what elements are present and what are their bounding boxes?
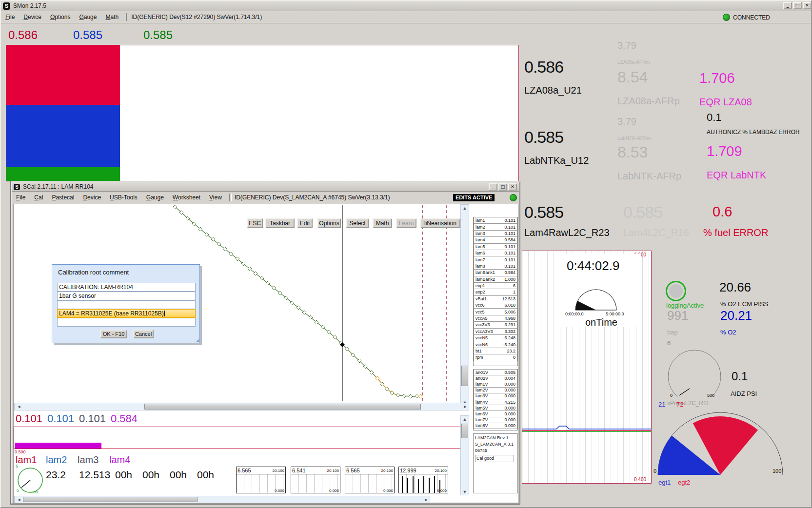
readout-lza08a-value: 0.586 xyxy=(524,58,563,77)
device-info-line: 06745 xyxy=(475,448,516,454)
list-item[interactable]: rpm0 xyxy=(474,354,517,361)
cancel-button[interactable]: Cancel xyxy=(133,330,154,338)
smon-close-icon[interactable]: ✕ xyxy=(803,2,812,9)
menu-separator xyxy=(126,13,128,21)
expess-gauge xyxy=(662,345,733,401)
list-item[interactable]: lam8V0.000 xyxy=(474,423,517,429)
list-item[interactable]: lamBank21.000 xyxy=(474,276,517,283)
readout-fuel-err-label: % fuel ERROR xyxy=(703,227,768,238)
chart-vscrollbar[interactable]: ▲ ▼ xyxy=(460,204,469,406)
list-item-name: lam8 xyxy=(475,264,485,269)
scroll-up-icon[interactable]: ▲ xyxy=(461,416,469,423)
list-item-value: 0.101 xyxy=(504,264,515,269)
toolbar-math-button[interactable]: Math xyxy=(373,218,392,228)
dialog-comment-row[interactable]: CALIBRATION: LAM-RR104 xyxy=(57,283,196,292)
list-item-value: -6.240 xyxy=(503,342,515,347)
list-item[interactable]: lam30.101 xyxy=(474,230,517,237)
list-item[interactable]: vccN6-6.240 xyxy=(474,341,517,348)
smon-menu-math[interactable]: Math xyxy=(101,12,123,22)
chart-hscrollbar[interactable]: ◄ ► xyxy=(14,403,469,410)
list-item[interactable]: lam80.101 xyxy=(474,263,517,270)
smon-maximize-icon[interactable]: □ xyxy=(793,2,802,9)
toolbar-select-button[interactable]: Select xyxy=(346,218,369,228)
scal-titlebar[interactable]: S SCal 2.17.11 : LAM-RR104 _□✕ xyxy=(12,182,519,192)
list-item[interactable]: lam40.584 xyxy=(474,236,517,243)
ok-button[interactable]: OK - F10 xyxy=(100,330,127,338)
list-item[interactable]: bt123.2 xyxy=(474,348,517,354)
scroll-up-icon[interactable]: ▲ xyxy=(461,205,469,212)
readout-afrm2-value: 3.79 xyxy=(617,116,636,127)
readout-lam4raw-label: Lam4RawL2C_R23 xyxy=(524,227,610,238)
text-cursor xyxy=(164,311,165,316)
dialog-comment-row[interactable] xyxy=(57,300,196,309)
mini-chart-value: 12.999 xyxy=(400,468,416,473)
scal-minimize-icon[interactable]: _ xyxy=(489,183,497,191)
list-item[interactable]: lam20.101 xyxy=(474,223,517,230)
hscroll-thumb[interactable] xyxy=(144,404,421,410)
dialog-comment-row[interactable]: 1bar G sensor xyxy=(57,292,196,300)
hscroll-thumb[interactable] xyxy=(23,497,198,502)
scal-menu-gauge[interactable]: Gauge xyxy=(142,193,168,202)
toolbar-edit-button[interactable]: Edit xyxy=(297,218,313,228)
dialog-comment-row[interactable] xyxy=(57,318,196,327)
scal-menu-view[interactable]: View xyxy=(205,193,226,202)
scroll-down-icon[interactable]: ▼ xyxy=(461,488,469,495)
list-item-name: lam3V xyxy=(475,393,488,398)
scal-menu-worksheet[interactable]: Worksheet xyxy=(168,193,205,202)
list-item[interactable]: vccA54.968 xyxy=(474,315,517,322)
smon-menu-options[interactable]: Options xyxy=(46,12,75,22)
list-item[interactable]: lam50.101 xyxy=(474,243,517,250)
scal-menu-usb-tools[interactable]: USB-Tools xyxy=(105,193,142,202)
list-item[interactable]: vcc3V33.291 xyxy=(474,321,517,328)
vscroll-thumb[interactable] xyxy=(461,424,468,438)
bottom-big-value-3: 00h xyxy=(115,469,132,481)
scal-menu-cal[interactable]: Cal xyxy=(30,193,47,202)
smon-menu-device[interactable]: Device xyxy=(19,12,46,22)
scroll-right-icon[interactable]: ► xyxy=(462,403,469,410)
mini-chart-value: 6.565 xyxy=(238,468,251,473)
readout-fuel-err-value: 0.6 xyxy=(713,204,732,220)
lower-vscrollbar[interactable]: ▲ ▼ xyxy=(460,415,469,495)
list-item-name: lam6V xyxy=(475,411,488,416)
scal-maximize-icon[interactable]: □ xyxy=(498,183,507,191)
scroll-right-icon[interactable]: ► xyxy=(423,496,430,503)
smon-titlebar[interactable]: S SMon 2.17.5 _□✕ xyxy=(1,1,812,11)
list-item-name: rpm xyxy=(475,355,483,360)
scal-menu-device[interactable]: Device xyxy=(79,193,105,202)
ontime-gauge xyxy=(572,286,630,313)
scroll-left-icon[interactable]: ◄ xyxy=(16,496,22,503)
toolbar-esc-button[interactable]: ESC xyxy=(247,218,263,228)
list-item[interactable]: lam70.101 xyxy=(474,256,517,263)
bottom-hscrollbar[interactable]: ◄ ► xyxy=(14,496,430,503)
list-item[interactable]: exp16 xyxy=(474,282,517,289)
list-item[interactable]: vBat112.513 xyxy=(474,295,517,302)
list-item[interactable]: vccN5-6.248 xyxy=(474,334,517,341)
resize-grip-icon[interactable]: ◢ xyxy=(196,338,199,343)
readout-afrm1-label: LZA08a-AFRm xyxy=(617,59,650,65)
scal-menu-pastecal[interactable]: Pastecal xyxy=(47,193,79,202)
bottom-big-value-4: 00h xyxy=(142,469,159,481)
smon-menu-gauge[interactable]: Gauge xyxy=(75,12,101,22)
list-item[interactable]: lamBank10.584 xyxy=(474,269,517,276)
list-item[interactable]: vcc55.006 xyxy=(474,308,517,315)
dialog-comment-row[interactable]: LAM4 = RR311025E (base RR311025B) xyxy=(57,309,196,318)
smon-menu-file[interactable]: File xyxy=(1,12,19,22)
list-item[interactable]: lam60.101 xyxy=(474,250,517,256)
list-item-value: 5.006 xyxy=(504,310,515,314)
scal-close-icon[interactable]: ✕ xyxy=(508,183,517,191)
toolbar-taskbar-button[interactable]: Taskbar xyxy=(265,218,295,228)
scal-menu-file[interactable]: File xyxy=(12,193,30,202)
smon-minimize-icon[interactable]: _ xyxy=(783,2,792,9)
connected-label: CONNECTED xyxy=(733,14,770,21)
spike xyxy=(429,478,430,493)
vscroll-thumb[interactable] xyxy=(461,366,468,386)
list-item[interactable]: exp21 xyxy=(474,289,517,295)
list-item-value: 0.101 xyxy=(504,231,515,236)
scroll-left-icon[interactable]: ◄ xyxy=(16,403,22,410)
list-item[interactable]: vccA3V33.302 xyxy=(474,328,517,335)
toolbar-options-button[interactable]: Options xyxy=(317,218,341,228)
toolbar-linearisation-button[interactable]: liNearisation xyxy=(420,218,460,228)
list-item[interactable]: vcc66.018 xyxy=(474,302,517,309)
list-item[interactable]: lam10.101 xyxy=(474,217,517,224)
toolbar-learn-button[interactable]: Learn xyxy=(396,218,416,228)
